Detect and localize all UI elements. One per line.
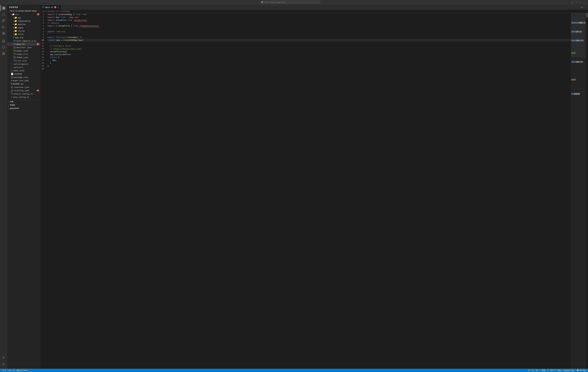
status-spaces[interactable]: 空格: 2 xyxy=(541,369,549,372)
code-line-3: import uviewPlus from 'uview-plus' xyxy=(48,19,571,22)
tree-item-stores[interactable]: ▸📁 stores xyxy=(7,29,40,33)
kw-export: export xyxy=(48,36,54,39)
tab-close-button[interactable]: × xyxy=(57,6,59,8)
var-app4: app xyxy=(50,53,53,56)
status-encoding[interactable]: UTF-8 xyxy=(549,369,556,372)
activity-explorer[interactable] xyxy=(0,5,7,11)
tree-item-utils[interactable]: ▸📁 utils xyxy=(7,33,40,36)
kw-import: import xyxy=(48,30,54,33)
project-root[interactable]: ▾ VITE-TS-UVIEW-UNIAPP-MAIN xyxy=(7,9,40,13)
svg-rect-47 xyxy=(578,93,579,95)
tree-item-composables[interactable]: ▸📁 composables xyxy=(7,19,40,22)
sidebar-section-outline[interactable]: ▸ 大纲 xyxy=(7,100,40,103)
punc xyxy=(48,59,52,62)
activity-test[interactable] xyxy=(0,38,7,44)
breadcrumb-file[interactable]: main.ts xyxy=(50,10,58,12)
activity-extensions[interactable] xyxy=(0,30,7,36)
tree-item-uniscss[interactable]: CSS uni.scss xyxy=(7,59,40,62)
tree-item-manifest[interactable]: {} manifest.json xyxy=(7,46,40,49)
tree-item-unocss[interactable]: TS unocss.config.ts xyxy=(7,92,40,95)
str-vue: 'vue' xyxy=(82,13,87,16)
tab-label: main.ts xyxy=(45,6,53,8)
sidebar-title: 资源管理器 xyxy=(9,6,18,8)
var-uviewplus2: uviewPlus xyxy=(59,53,70,56)
tree-item-src[interactable]: ▾📁 src xyxy=(7,13,40,16)
line-num-9: 9 xyxy=(40,36,44,39)
folder-icon: ▸📁 xyxy=(13,30,17,32)
tree-label-maints: main.ts xyxy=(16,43,37,45)
activity-git[interactable] xyxy=(0,18,7,24)
tree-label-pnpmlock: pnpm-lock.yaml xyxy=(13,79,40,82)
tree-item-pagesjson[interactable]: {} pages.json xyxy=(7,49,40,52)
tab-maints[interactable]: TS main.ts 2 × xyxy=(40,4,61,10)
breadcrumb-symbol[interactable]: createApp xyxy=(60,10,70,12)
layout-panel-button[interactable]: ⊤ xyxy=(575,1,578,4)
str-appvue: './App.vue' xyxy=(66,16,79,19)
status-errors[interactable]: ✕ 4 ⚠ 0 xyxy=(7,369,15,372)
kw-from: from xyxy=(73,24,78,27)
layout-split-button[interactable]: □ xyxy=(579,1,582,4)
tree-item-api[interactable]: ▸📁 api xyxy=(7,16,40,19)
titlebar-search-bar[interactable]: 🔍 xyxy=(260,0,320,4)
tree-item-eslintrc[interactable]: E .eslintrc xyxy=(7,66,40,69)
editor-split-button[interactable]: ⊟ xyxy=(580,6,584,9)
punc: ( xyxy=(77,39,79,42)
str-uviewplus: 'uview-plus' xyxy=(73,19,87,22)
punc: { xyxy=(54,24,58,27)
tree-item-maints[interactable]: TS main.ts 2 xyxy=(7,43,40,46)
punc xyxy=(65,36,66,39)
code-line-5: import { setupPinia } from '@/modules/pi… xyxy=(48,24,571,27)
tree-item-pages[interactable]: ▸📁 pages xyxy=(7,26,40,29)
nav-forward-button[interactable]: → xyxy=(6,1,10,4)
tree-label-indexhtml: index.html xyxy=(13,69,40,72)
punc: { xyxy=(54,13,58,16)
code-line-2: import App from './App.vue' xyxy=(48,16,571,19)
activity-remote[interactable] xyxy=(0,44,7,50)
punc xyxy=(48,47,50,50)
tree-item-viteconfig[interactable]: V vite.config.ts xyxy=(7,95,40,99)
tree-item-license[interactable]: 📄 LICENSE xyxy=(7,72,40,76)
sidebar-more-button[interactable]: ··· xyxy=(36,6,39,9)
svg-rect-16 xyxy=(2,46,5,48)
titlebar-navigation: ← → xyxy=(1,1,10,4)
status-watch-sass[interactable]: Watch Sass xyxy=(16,369,29,372)
punc xyxy=(48,56,50,59)
activity-account[interactable] xyxy=(0,355,7,361)
status-language[interactable]: TypeScript xyxy=(563,369,575,372)
sidebar-section-run-uniapp[interactable]: ▸ 运行UNIAPP xyxy=(7,107,40,110)
tree-item-tsconfig[interactable]: {} tsconfig.json 2 xyxy=(7,89,40,92)
activity-database[interactable] xyxy=(0,51,7,57)
status-position[interactable]: 行 11, 列 1 xyxy=(528,369,541,372)
tree-item-shims[interactable]: TS shims.d.ts xyxy=(7,52,40,56)
tree-item-auto-imports[interactable]: TS auto-imports.d.ts xyxy=(7,39,40,43)
layout-sidebar-button[interactable]: ◻ xyxy=(571,1,574,4)
tree-item-eslintignore[interactable]: E .eslintignore xyxy=(7,62,40,66)
activity-search[interactable] xyxy=(0,11,7,17)
activity-run[interactable] xyxy=(0,24,7,30)
editor-more-button[interactable]: ··· xyxy=(584,6,587,9)
tree-item-pnpmlock[interactable]: Y pnpm-lock.yaml xyxy=(7,79,40,82)
breadcrumb-src[interactable]: src xyxy=(42,10,45,12)
sidebar-section-outline-label: 大纲 xyxy=(10,101,13,103)
svg-rect-49 xyxy=(571,13,586,57)
tree-item-packagejson[interactable]: {} package.json xyxy=(7,76,40,79)
status-line-ending[interactable]: CRLF xyxy=(556,369,563,372)
tree-item-modules[interactable]: ▸📁 modules xyxy=(7,22,40,26)
scrollbar-thumb[interactable] xyxy=(586,13,588,17)
json-icon: {} xyxy=(13,50,16,52)
tree-item-indexhtml[interactable]: H index.html xyxy=(7,69,40,72)
search-input[interactable] xyxy=(264,1,319,3)
tree-item-theme[interactable]: {} theme.json xyxy=(7,56,40,59)
tree-item-renovate[interactable]: {} renovate.json xyxy=(7,86,40,89)
nav-back-button[interactable]: ← xyxy=(1,1,5,4)
punc xyxy=(54,30,56,33)
status-git[interactable]: ⎇ 4 xyxy=(1,369,7,372)
code-editor[interactable]: import { createSSRApp } from 'vue' impor… xyxy=(46,13,571,369)
tree-item-appvue[interactable]: V App.vue xyxy=(7,36,40,39)
tree-item-readme[interactable]: M README.md xyxy=(7,82,40,86)
go-live-button[interactable]: 📡 Go Live xyxy=(575,369,587,372)
sidebar-section-timeline[interactable]: ▸ 时间线 xyxy=(7,103,40,107)
folder-open-icon: ▾📁 xyxy=(11,13,15,15)
activity-settings[interactable] xyxy=(0,361,7,367)
layout-more-button[interactable]: ⋯ xyxy=(583,1,587,4)
